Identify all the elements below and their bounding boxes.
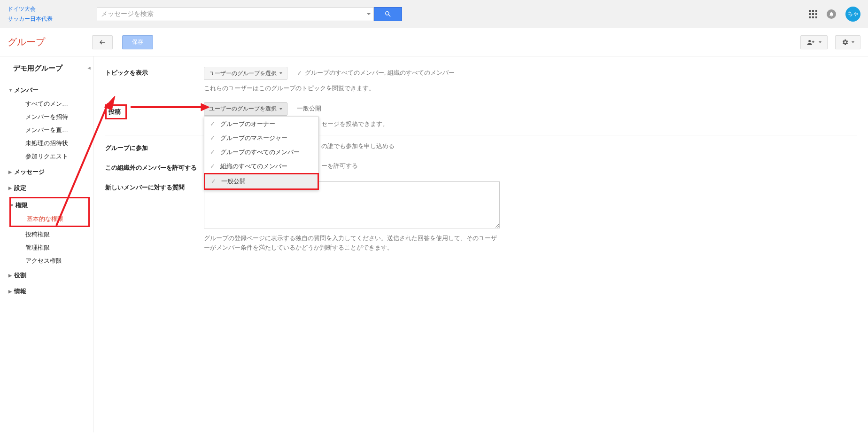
nav-label: 設定 (14, 184, 26, 192)
nav-label: 役割 (14, 271, 26, 280)
select-text: ユーザーのグループを選択 (209, 105, 277, 113)
nav-item-all-members[interactable]: すべてのメン… (0, 97, 93, 110)
bell-icon (829, 11, 834, 17)
nav-item-join-requests[interactable]: 参加リクエスト (0, 150, 93, 163)
caret-icon (852, 41, 854, 43)
nav-head-roles[interactable]: ▶役割 (0, 268, 93, 282)
nav-label: メンバー (14, 86, 39, 94)
collapse-sidebar-icon[interactable]: ◂ (88, 65, 91, 71)
search-input[interactable]: メッセージを検索 (97, 7, 374, 21)
content: トピックを表示 ユーザーのグループを選択 ✓グループのすべてのメンバー, 組織の… (94, 56, 868, 432)
action-bar: グループ 保存 (0, 28, 868, 56)
brand: グループ (8, 36, 92, 48)
label-view-topics: トピックを表示 (105, 67, 204, 77)
label-external: この組織外のメンバーを許可する (105, 162, 204, 172)
label-question: 新しいメンバーに対する質問 (105, 181, 204, 192)
check-icon: ✓ (210, 163, 216, 170)
option-text: 組織のすべてのメンバー (220, 162, 287, 171)
annotation-box-permissions: ▼権限 基本的な権限 (9, 197, 90, 227)
body-question: グループの登録ページに表示する独自の質問を入力してください。送信された回答を使用… (204, 181, 857, 252)
notifications-icon[interactable] (827, 9, 836, 19)
back-arrow-icon (98, 39, 107, 45)
add-people-icon (806, 39, 816, 46)
nav-item-manage-permissions[interactable]: 管理権限 (0, 241, 93, 254)
search-icon (384, 10, 392, 18)
note-view-topics: ✓グループのすべてのメンバー, 組織のすべてのメンバー (297, 69, 455, 77)
back-button[interactable] (92, 35, 113, 49)
triangle-right-icon: ▶ (8, 186, 12, 190)
dropdown-item-all-members[interactable]: ✓グループのすべてのメンバー (204, 145, 318, 159)
dropdown-item-manager[interactable]: ✓グループのマネージャー (204, 131, 318, 145)
select-post[interactable]: ユーザーのグループを選択 (204, 102, 287, 116)
group-title: デモ用グループ ◂ (0, 62, 93, 82)
nav-item-direct-add[interactable]: メンバーを直… (0, 124, 93, 137)
note-text: 一般公開 (297, 104, 321, 113)
nav-roles: ▶役割 (0, 267, 93, 283)
note-external-tail: ーを許可する (321, 162, 358, 169)
nav-head-info[interactable]: ▶情報 (0, 284, 93, 298)
caret-icon (819, 41, 822, 43)
row-post: 投稿 ユーザーのグループを選択 一般公開 ✓グループのオーナー ✓グループのマネ… (105, 98, 857, 133)
caret-icon (279, 108, 282, 110)
top-right: ちゃ (809, 7, 860, 22)
nav-members: ▼メンバー すべてのメン… メンバーを招待 メンバーを直… 未処理の招待状 参加… (0, 82, 93, 164)
check-icon: ✓ (210, 134, 216, 141)
dropdown-item-public[interactable]: ✓一般公開 (205, 174, 318, 188)
nav-info: ▶情報 (0, 283, 93, 299)
layout: デモ用グループ ◂ ▼メンバー すべてのメン… メンバーを招待 メンバーを直… … (0, 56, 868, 432)
triangle-down-icon: ▼ (10, 203, 14, 208)
note-join-tail: の誰でも参加を申し込める (321, 142, 395, 149)
body-view-topics: ユーザーのグループを選択 ✓グループのすべてのメンバー, 組織のすべてのメンバー… (204, 67, 857, 93)
top-bar: ドイツ大会 サッカー日本代表 メッセージを検索 ちゃ (0, 0, 868, 28)
caret-icon (279, 72, 282, 74)
nav-item-basic-permissions[interactable]: 基本的な権限 (11, 212, 88, 226)
top-link-0[interactable]: ドイツ大会 (8, 5, 78, 13)
top-links: ドイツ大会 サッカー日本代表 (8, 5, 78, 23)
nav-label: 権限 (16, 201, 28, 210)
nav-item-pending[interactable]: 未処理の招待状 (0, 137, 93, 150)
note-post: 一般公開 (297, 104, 321, 113)
body-post: ユーザーのグループを選択 一般公開 ✓グループのオーナー ✓グループのマネージャ… (204, 102, 857, 129)
dropdown-post: ✓グループのオーナー ✓グループのマネージャー ✓グループのすべてのメンバー ✓… (204, 117, 319, 190)
settings-button[interactable] (835, 35, 860, 49)
option-text: 一般公開 (221, 177, 246, 186)
annotation-box-post: 投稿 (105, 104, 127, 119)
search-options-caret[interactable] (367, 13, 371, 15)
help-view-topics: これらのユーザーはこのグループのトピックを閲覧できます。 (204, 84, 857, 93)
search-button[interactable] (374, 7, 402, 21)
nav-item-access-permissions[interactable]: アクセス権限 (0, 254, 93, 267)
avatar[interactable]: ちゃ (845, 7, 860, 22)
nav-settings: ▶設定 (0, 180, 93, 196)
annotation-box-public: ✓一般公開 (204, 173, 319, 190)
top-link-1[interactable]: サッカー日本代表 (8, 15, 78, 23)
label-post-wrap: 投稿 (105, 102, 204, 119)
check-icon: ✓ (297, 70, 302, 77)
nav-head-members[interactable]: ▼メンバー (0, 83, 93, 97)
nav-head-permissions[interactable]: ▼権限 (11, 198, 88, 212)
nav-messages: ▶メッセージ (0, 164, 93, 180)
nav-label: メッセージ (14, 168, 45, 176)
dropdown-item-org-members[interactable]: ✓組織のすべてのメンバー (204, 159, 318, 173)
option-text: グループのすべてのメンバー (220, 148, 300, 157)
option-text: グループのオーナー (220, 120, 275, 128)
svg-point-0 (808, 40, 811, 42)
triangle-down-icon: ▼ (8, 88, 13, 93)
note-text: グループのすべてのメンバー, 組織のすべてのメンバー (305, 69, 455, 77)
check-icon: ✓ (211, 178, 217, 185)
help-post-tail: セージを投稿できます。 (321, 119, 857, 129)
check-icon: ✓ (210, 149, 216, 156)
save-button[interactable]: 保存 (122, 35, 153, 49)
row-view-topics: トピックを表示 ユーザーのグループを選択 ✓グループのすべてのメンバー, 組織の… (105, 62, 857, 98)
add-people-button[interactable] (800, 35, 828, 49)
nav-head-settings[interactable]: ▶設定 (0, 181, 93, 195)
select-view-topics[interactable]: ユーザーのグループを選択 (204, 67, 287, 80)
dropdown-item-owner[interactable]: ✓グループのオーナー (204, 117, 318, 131)
nav-item-invite[interactable]: メンバーを招待 (0, 110, 93, 124)
apps-icon[interactable] (809, 10, 817, 18)
group-title-text: デモ用グループ (13, 64, 62, 72)
check-icon: ✓ (210, 120, 216, 127)
nav-label: 情報 (14, 287, 26, 296)
nav-item-post-permissions[interactable]: 投稿権限 (0, 228, 93, 241)
triangle-right-icon: ▶ (8, 170, 12, 174)
nav-head-messages[interactable]: ▶メッセージ (0, 165, 93, 179)
